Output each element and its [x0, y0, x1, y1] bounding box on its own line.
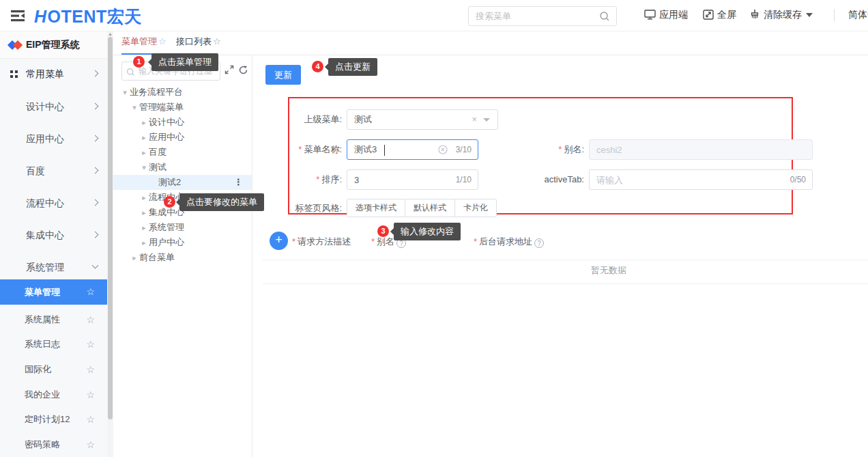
annotation-badge-1: 1: [133, 56, 145, 68]
sidebar-item-label: 流程中心: [26, 191, 64, 215]
tree-node-admin-menu[interactable]: ▾管理端菜单: [113, 100, 252, 115]
top-header: HOTENT宏天 应用端 全屏 清除缓存 简体中文: [0, 0, 868, 31]
tree-node-label: 百度: [149, 147, 167, 157]
fullscreen-button[interactable]: 全屏: [703, 9, 736, 23]
question-icon[interactable]: ?: [534, 238, 544, 248]
tree-arrow-icon[interactable]: ▸: [139, 145, 149, 160]
grid-icon: [10, 70, 18, 78]
menu-name-label: *菜单名称:: [274, 139, 342, 160]
more-actions-icon[interactable]: ⋮: [234, 175, 244, 190]
sidebar-item-my-company[interactable]: 我的企业 ☆: [0, 383, 107, 407]
sidebar-item-label: 定时计划12: [25, 407, 70, 432]
sidebar-item-baidu[interactable]: 百度: [0, 158, 107, 183]
update-button[interactable]: 更新: [265, 65, 301, 85]
refresh-icon[interactable]: [238, 65, 248, 78]
clear-cache-label: 清除缓存: [764, 9, 802, 20]
tab-api-list[interactable]: 接口列表☆: [176, 31, 221, 55]
sidebar-item-label: 系统日志: [25, 332, 60, 357]
sidebar-item-common-menu[interactable]: 常用菜单: [0, 61, 107, 86]
annotation-tooltip-1: 点击菜单管理: [151, 53, 218, 71]
sort-input[interactable]: [354, 170, 444, 189]
sidebar-item-system-log[interactable]: 系统日志 ☆: [0, 332, 107, 357]
star-icon[interactable]: ☆: [86, 357, 95, 382]
tree-node-user-center[interactable]: ▸用户中心: [113, 235, 252, 250]
tree-node-design-center[interactable]: ▸设计中心: [113, 115, 252, 130]
language-switch[interactable]: 简体中文: [848, 9, 868, 21]
sidebar-item-label: 系统管理: [26, 255, 64, 279]
tree-arrow-icon[interactable]: ▸: [139, 220, 149, 235]
scrollbar-thumb[interactable]: [108, 37, 113, 419]
tree-arrow-icon[interactable]: ▾: [120, 85, 130, 100]
add-method-button[interactable]: +: [270, 232, 288, 250]
tree-node-platform[interactable]: ▾业务流程平台: [113, 85, 252, 100]
tree-arrow-icon[interactable]: ▸: [130, 250, 139, 265]
tabstyle-option-default[interactable]: 默认样式: [405, 199, 455, 217]
expand-tree-icon[interactable]: [225, 65, 234, 77]
search-icon: [126, 67, 135, 79]
tree-arrow-icon[interactable]: ▸: [139, 235, 149, 250]
activetab-input[interactable]: [596, 170, 778, 189]
sidebar-item-label: 设计中心: [26, 94, 64, 119]
tree-arrow-icon[interactable]: ▸: [139, 205, 149, 220]
star-icon[interactable]: ☆: [86, 279, 95, 305]
chevron-right-icon: [92, 70, 99, 77]
parent-menu-select[interactable]: ×: [347, 109, 498, 130]
alias-input[interactable]: [596, 140, 778, 159]
parent-menu-value[interactable]: [354, 110, 463, 129]
sidebar-item-app-center[interactable]: 应用中心: [0, 126, 107, 151]
chevron-right-icon: [92, 199, 99, 206]
header-search-input[interactable]: [476, 7, 595, 25]
tree-arrow-icon[interactable]: ▸: [139, 115, 149, 130]
sidebar-item-label: 菜单管理: [25, 279, 60, 305]
chevron-right-icon: [92, 135, 99, 142]
sidebar-item-menu-manage[interactable]: 菜单管理 ☆: [0, 279, 107, 305]
tree-node-test2[interactable]: 测试2⋮: [113, 175, 252, 190]
text-cursor: [384, 145, 385, 156]
tabstyle-option-card-tab[interactable]: 选项卡样式: [347, 199, 405, 217]
tree-arrow-icon[interactable]: ▸: [139, 130, 149, 145]
clear-cache-button[interactable]: 清除缓存: [749, 9, 813, 23]
star-icon[interactable]: ☆: [86, 383, 95, 407]
sidebar-item-design-center[interactable]: 设计中心: [0, 94, 107, 119]
star-icon[interactable]: ☆: [86, 307, 95, 332]
tabstyle-option-cardized[interactable]: 卡片化: [455, 199, 497, 217]
sidebar-item-i18n[interactable]: 国际化 ☆: [0, 357, 107, 382]
annotation-tooltip-3: 输入修改内容: [394, 223, 461, 240]
clear-circle-icon[interactable]: [438, 145, 448, 157]
menu-tree-panel: ▾业务流程平台 ▾管理端菜单 ▸设计中心 ▸应用中心 ▸百度 ▾测试 测试2⋮ …: [113, 55, 252, 457]
method-desc-header: *请求方法描述: [292, 236, 351, 248]
eip-logo-icon: [9, 40, 23, 51]
tree-node-app-center[interactable]: ▸应用中心: [113, 130, 252, 145]
alias-input-wrap: [589, 139, 813, 160]
app-root: HOTENT宏天 应用端 全屏 清除缓存 简体中文 EIP管理系统 常用菜单: [0, 0, 868, 457]
tab-menu-manage[interactable]: 菜单管理☆: [121, 31, 167, 55]
sidebar-scrollbar[interactable]: ▲: [107, 31, 113, 457]
tree-node-baidu[interactable]: ▸百度: [113, 145, 252, 160]
sidebar-item-system-manage[interactable]: 系统管理: [0, 255, 107, 279]
menu-name-input[interactable]: [354, 140, 444, 159]
sidebar-title: EIP管理系统: [26, 39, 80, 51]
sidebar-item-password-policy[interactable]: 密码策略 ☆: [0, 432, 107, 457]
star-icon[interactable]: ☆: [86, 407, 95, 432]
tooltip-arrow-icon: [325, 64, 328, 70]
star-icon[interactable]: ☆: [86, 432, 95, 457]
sidebar-header: EIP管理系统: [0, 31, 107, 59]
scroll-up-icon[interactable]: ▲: [108, 31, 113, 36]
sidebar-item-scheduler[interactable]: 定时计划12 ☆: [0, 407, 107, 432]
tree-node-test[interactable]: ▾测试: [113, 160, 252, 175]
tree-node-label: 业务流程平台: [130, 87, 183, 97]
sidebar-item-label: 系统属性: [25, 307, 60, 332]
sidebar-item-integration-center[interactable]: 集成中心: [0, 223, 107, 247]
tree-arrow-icon[interactable]: ▸: [139, 190, 149, 205]
sidebar-item-system-props[interactable]: 系统属性 ☆: [0, 307, 107, 332]
tree-node-system-manage[interactable]: ▸系统管理: [113, 220, 252, 235]
star-icon[interactable]: ☆: [86, 332, 95, 357]
collapse-sidebar-icon[interactable]: [10, 8, 27, 24]
chevron-down-icon: [806, 13, 813, 17]
app-client-button[interactable]: 应用端: [644, 9, 688, 23]
sidebar-item-process-center[interactable]: 流程中心: [0, 191, 107, 215]
tree-node-front-menu[interactable]: ▸前台菜单: [113, 250, 252, 265]
tree-arrow-icon[interactable]: ▾: [130, 100, 139, 115]
clear-icon[interactable]: ×: [472, 110, 477, 129]
tree-arrow-icon[interactable]: ▾: [139, 160, 149, 175]
